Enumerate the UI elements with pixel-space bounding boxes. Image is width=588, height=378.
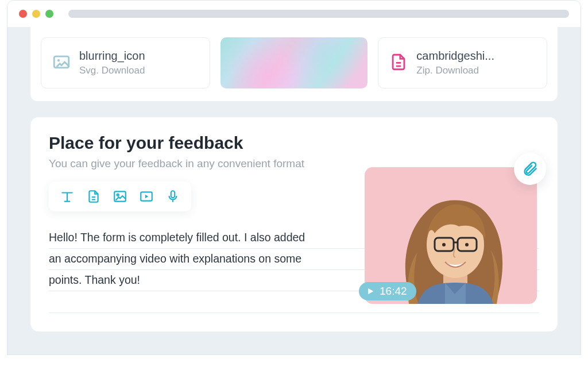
document-tool-button[interactable] [86, 188, 102, 205]
format-toolbar [49, 182, 191, 211]
svg-point-16 [465, 243, 469, 246]
svg-rect-9 [171, 191, 175, 198]
video-play-badge[interactable]: 16:42 [359, 282, 416, 300]
maximize-window-button[interactable] [45, 10, 53, 18]
feedback-panel: Place for your feedback You can give you… [30, 117, 558, 331]
window-controls [19, 10, 53, 18]
image-file-icon [52, 52, 71, 74]
text-tool-button[interactable] [59, 188, 75, 205]
document-file-icon [389, 52, 408, 74]
attachment-card[interactable]: cambridgeshi... Zip. Download [378, 37, 547, 88]
title-bar [7, 1, 581, 27]
attachment-title: cambridgeshi... [416, 49, 536, 63]
attach-file-button[interactable] [514, 153, 546, 185]
video-duration: 16:42 [380, 285, 407, 298]
close-window-button[interactable] [19, 10, 27, 18]
page-content: blurring_icon Svg. Download cambridgeshi… [7, 27, 581, 354]
address-bar[interactable] [68, 10, 569, 18]
feedback-heading: Place for your feedback [49, 133, 539, 153]
attachment-subtitle: Svg. Download [79, 65, 199, 76]
video-tool-button[interactable] [138, 188, 154, 205]
attachments-panel: blurring_icon Svg. Download cambridgeshi… [30, 27, 558, 101]
audio-tool-button[interactable] [165, 188, 181, 205]
attachment-thumbnail[interactable] [220, 37, 368, 88]
svg-point-15 [442, 243, 446, 246]
attachment-card[interactable]: blurring_icon Svg. Download [41, 37, 210, 88]
svg-point-7 [117, 194, 119, 196]
video-attachment: 16:42 [353, 163, 537, 304]
play-icon [366, 287, 375, 296]
attachment-title: blurring_icon [79, 49, 199, 63]
browser-window: blurring_icon Svg. Download cambridgeshi… [7, 0, 581, 355]
image-tool-button[interactable] [112, 188, 128, 205]
attachment-subtitle: Zip. Download [416, 65, 536, 76]
svg-point-1 [57, 59, 60, 61]
minimize-window-button[interactable] [32, 10, 40, 18]
